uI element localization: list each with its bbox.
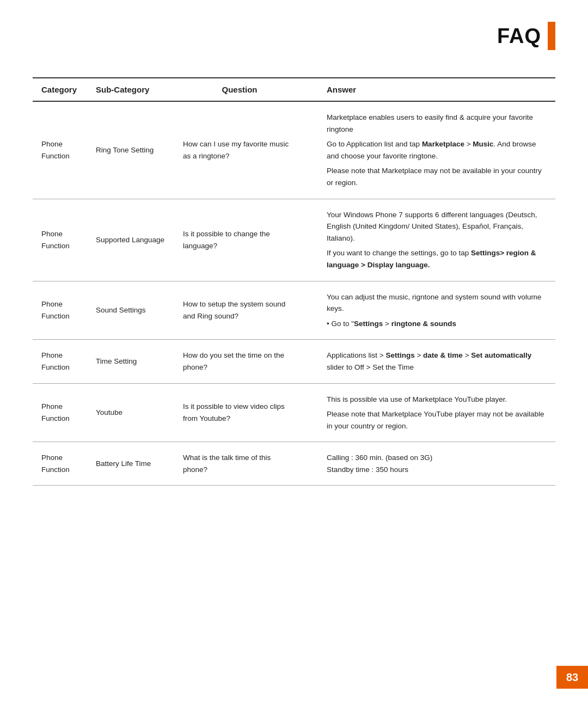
row-question: What is the talk time of this phone? xyxy=(174,442,305,486)
row-question: How can I use my favorite music as a rin… xyxy=(174,101,305,199)
row-subcategory: Supported Language xyxy=(87,199,174,281)
page-title: FAQ xyxy=(497,24,541,48)
row-category: PhoneFunction xyxy=(33,442,87,486)
col-header-answer: Answer xyxy=(305,78,555,101)
row-question: Is it possible to view video clips from … xyxy=(174,383,305,442)
row-category: PhoneFunction xyxy=(33,199,87,281)
page-number-container: 83 xyxy=(556,666,588,689)
row-answer: Marketplace enables users to easily find… xyxy=(305,101,555,199)
orange-accent-bar xyxy=(548,22,555,50)
row-subcategory: Youtube xyxy=(87,383,174,442)
table-row: PhoneFunction Youtube Is it possible to … xyxy=(33,383,555,442)
row-subcategory: Time Setting xyxy=(87,340,174,383)
row-category: PhoneFunction xyxy=(33,101,87,199)
row-answer: Your Windows Phone 7 supports 6 differen… xyxy=(305,199,555,281)
page-container: FAQ Category Sub-Category Question Answe… xyxy=(0,0,588,705)
row-answer: This is possible via use of Marketplace … xyxy=(305,383,555,442)
row-subcategory: Sound Settings xyxy=(87,281,174,340)
row-subcategory: Battery Life Time xyxy=(87,442,174,486)
row-answer: Applications list > Settings > date & ti… xyxy=(305,340,555,383)
page-number: 83 xyxy=(556,666,588,689)
col-header-category: Category xyxy=(33,78,87,101)
row-subcategory: Ring Tone Setting xyxy=(87,101,174,199)
row-category: PhoneFunction xyxy=(33,383,87,442)
row-category: PhoneFunction xyxy=(33,340,87,383)
table-row: PhoneFunction Time Setting How do you se… xyxy=(33,340,555,383)
row-question: How do you set the time on the phone? xyxy=(174,340,305,383)
row-question: Is it possible to change the language? xyxy=(174,199,305,281)
faq-header: FAQ xyxy=(33,22,555,50)
table-row: PhoneFunction Supported Language Is it p… xyxy=(33,199,555,281)
row-question: How to setup the system sound and Ring s… xyxy=(174,281,305,340)
table-row: PhoneFunction Sound Settings How to setu… xyxy=(33,281,555,340)
row-answer: You can adjust the music, rigntone and s… xyxy=(305,281,555,340)
col-header-subcategory: Sub-Category xyxy=(87,78,174,101)
table-row: PhoneFunction Battery Life Time What is … xyxy=(33,442,555,486)
row-answer: Calling : 360 min. (based on 3G)Standby … xyxy=(305,442,555,486)
row-category: PhoneFunction xyxy=(33,281,87,340)
table-header-row: Category Sub-Category Question Answer xyxy=(33,78,555,101)
table-row: PhoneFunction Ring Tone Setting How can … xyxy=(33,101,555,199)
col-header-question: Question xyxy=(174,78,305,101)
faq-table: Category Sub-Category Question Answer Ph… xyxy=(33,77,555,486)
